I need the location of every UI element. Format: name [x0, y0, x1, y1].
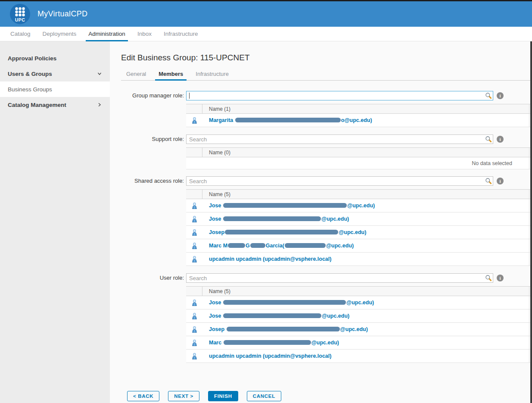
search-icon[interactable]: [485, 136, 492, 143]
member-name-text: @upc.edu): [340, 326, 368, 332]
member-name-link[interactable]: Jose @upc.edu): [202, 313, 349, 319]
info-icon[interactable]: i: [497, 136, 504, 143]
member-name-link[interactable]: upcadmin upcadmin (upcadmin@vsphere.loca…: [202, 256, 331, 262]
back-button[interactable]: < BACK: [127, 391, 159, 401]
member-name-text: Jose: [209, 300, 223, 306]
member-name-text: Josep: [209, 326, 226, 332]
member-name-link[interactable]: Jose @upc.edu): [202, 203, 375, 209]
search-icon[interactable]: [485, 275, 492, 281]
redacted-text: [223, 313, 321, 318]
sidebar-item-label: Approval Policies: [8, 55, 56, 62]
member-name-link[interactable]: Josep @upc.edu): [202, 326, 368, 332]
redacted-text: [285, 243, 326, 248]
user-icon: [192, 203, 197, 209]
support-search-input[interactable]: [186, 134, 493, 144]
member-name-text: Jose: [209, 203, 223, 209]
scrollbar-track[interactable]: [530, 41, 532, 403]
member-row[interactable]: upcadmin upcadmin (upcadmin@vsphere.loca…: [186, 350, 532, 363]
member-row-icon-cell: [186, 340, 202, 346]
wizard-footer: < BACK NEXT > FINISH CANCEL: [127, 391, 532, 401]
member-name-text: @upc.edu): [321, 216, 349, 222]
member-name-link[interactable]: Jose @upc.edu): [202, 216, 349, 222]
sidebar-item-business-groups[interactable]: Business Groups: [0, 81, 110, 97]
next-button[interactable]: NEXT >: [168, 391, 199, 401]
sidebar-item-users-groups[interactable]: Users & Groups: [0, 66, 110, 81]
user-role-section: User role: i Name (5): [110, 273, 532, 363]
user-icon: [192, 243, 197, 249]
nav-tab-deployments[interactable]: Deployments: [37, 27, 83, 41]
nav-tab-administration[interactable]: Administration: [82, 27, 131, 41]
user-icon: [192, 117, 197, 124]
shared-access-search-wrap: [186, 176, 493, 186]
member-name-text: Margarita: [209, 117, 235, 123]
shared-access-role-label: Shared access role:: [110, 176, 186, 186]
redacted-text: [250, 243, 265, 248]
member-name-text: @upc.edu): [347, 203, 375, 209]
tab-members[interactable]: Members: [155, 71, 187, 80]
group-manager-role-label: Group manager role:: [110, 91, 186, 100]
select-column-header: [186, 148, 202, 157]
user-icon: [192, 326, 197, 333]
user-icon: [192, 300, 197, 306]
sidebar-item-label: Users & Groups: [8, 71, 52, 77]
member-row-icon-cell: [186, 243, 202, 249]
group-manager-search-input[interactable]: [186, 91, 493, 100]
group-manager-role-section: Group manager role: i N: [110, 91, 532, 127]
nav-tab-catalog[interactable]: Catalog: [4, 27, 37, 41]
members-form: Group manager role: i N: [110, 91, 532, 363]
nav-tab-infrastructure[interactable]: Infrastructure: [158, 27, 204, 41]
member-name-link[interactable]: Jose @upc.edu): [202, 300, 374, 306]
support-role-label: Support role:: [110, 134, 186, 144]
cancel-button[interactable]: CANCEL: [247, 391, 281, 401]
support-search-wrap: [186, 134, 493, 144]
member-name-link[interactable]: Josep@upc.edu): [202, 229, 366, 235]
app-header: UPC MyVirtualCPD: [0, 1, 532, 27]
user-role-search-input[interactable]: [186, 273, 493, 283]
member-row-icon-cell: [186, 313, 202, 319]
sidebar-item-catalog-management[interactable]: Catalog Management: [0, 97, 110, 112]
member-row-icon-cell: [186, 117, 202, 124]
member-name-text: @upc.edu): [326, 243, 354, 249]
finish-button[interactable]: FINISH: [208, 391, 238, 401]
member-table-body: No data selected: [186, 157, 532, 169]
shared-access-search-input[interactable]: [186, 176, 493, 186]
member-name-link[interactable]: Marc @upc.edu): [202, 340, 339, 346]
member-row[interactable]: Jose @upc.edu): [186, 296, 532, 309]
sidebar-item-approval-policies[interactable]: Approval Policies: [0, 50, 110, 66]
info-icon[interactable]: i: [497, 178, 504, 184]
name-column-header: Name (0): [202, 150, 230, 156]
member-name-link[interactable]: Marc MGGarcia(@upc.edu): [202, 243, 354, 249]
table-header: Name (0): [186, 148, 532, 157]
member-name-text: Marc: [209, 340, 223, 346]
search-icon[interactable]: [485, 92, 492, 99]
upc-logo: UPC: [10, 4, 30, 24]
info-icon[interactable]: i: [497, 275, 504, 281]
member-row[interactable]: Jose @upc.edu): [186, 212, 532, 226]
member-name-link[interactable]: upcadmin upcadmin (upcadmin@vsphere.loca…: [202, 353, 331, 359]
member-row[interactable]: Jose @upc.edu): [186, 309, 532, 323]
member-row[interactable]: Josep@upc.edu): [186, 226, 532, 239]
empty-table-message: No data selected: [186, 157, 532, 169]
member-table-body: Jose @upc.edu) Jose @upc.edu) Josep@upc.…: [186, 199, 532, 266]
redacted-text: [223, 216, 321, 221]
support-role-section: Support role: i Name (0): [110, 134, 532, 169]
table-header: Name (5): [186, 287, 532, 296]
member-name-link[interactable]: Margarita o@upc.edu): [202, 117, 372, 123]
group-manager-search-wrap: [186, 91, 493, 100]
select-column-header: [186, 190, 202, 199]
member-row[interactable]: Jose @upc.edu): [186, 199, 532, 212]
member-row[interactable]: Marc MGGarcia(@upc.edu): [186, 239, 532, 253]
member-name-text: Marc M: [209, 243, 227, 249]
member-name-text: @upc.edu): [311, 340, 339, 346]
info-icon[interactable]: i: [497, 92, 504, 99]
tab-general[interactable]: General: [123, 71, 149, 80]
member-row[interactable]: Marc @upc.edu): [186, 336, 532, 350]
member-row-icon-cell: [186, 216, 202, 222]
member-row[interactable]: Josep @upc.edu): [186, 323, 532, 336]
tab-infrastructure[interactable]: Infrastructure: [192, 71, 232, 80]
member-row[interactable]: Margarita o@upc.edu): [186, 114, 532, 127]
nav-tab-inbox[interactable]: Inbox: [131, 27, 158, 41]
search-icon[interactable]: [485, 178, 492, 184]
user-icon: [192, 313, 197, 319]
member-row[interactable]: upcadmin upcadmin (upcadmin@vsphere.loca…: [186, 253, 532, 266]
